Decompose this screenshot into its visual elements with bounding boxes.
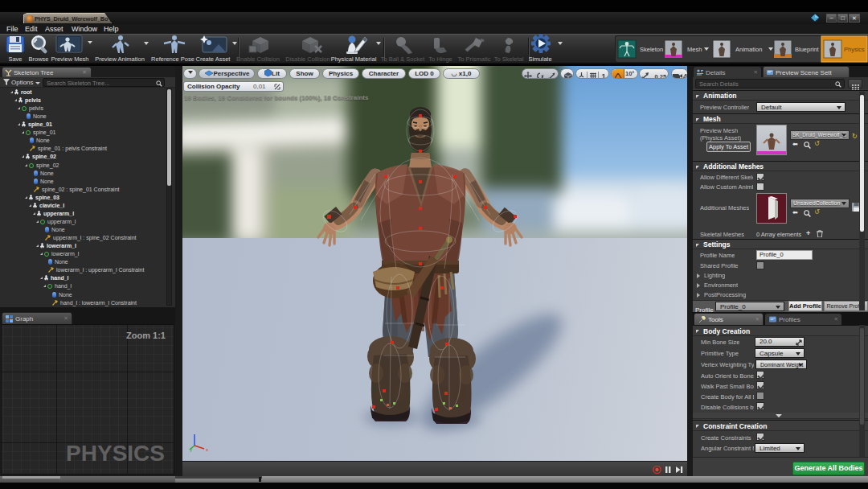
svg-text:Mesh: Mesh — [687, 46, 702, 53]
svg-text:Animation: Animation — [735, 46, 762, 53]
svg-text:Skeleton: Skeleton — [640, 46, 663, 53]
svg-text:x: x — [206, 447, 208, 452]
svg-text:1: 1 — [602, 72, 606, 79]
svg-text:y: y — [190, 447, 192, 452]
svg-text:Physics: Physics — [844, 46, 865, 53]
svg-text:Blueprint: Blueprint — [795, 46, 820, 53]
